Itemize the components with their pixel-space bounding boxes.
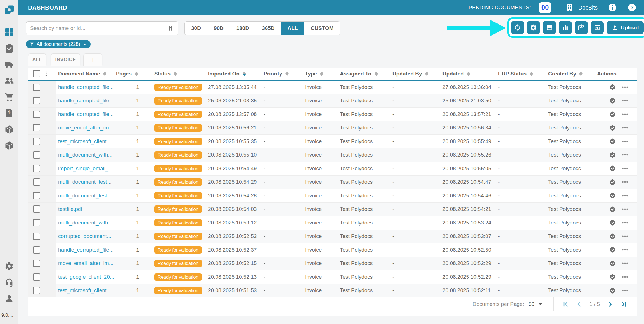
search-input[interactable]: [30, 25, 167, 31]
sort-arrows-icon[interactable]: [467, 72, 470, 76]
col-document-name[interactable]: Document Name: [56, 68, 114, 80]
document-link[interactable]: test_google_client_20...: [58, 274, 114, 280]
row-checkbox[interactable]: [33, 84, 40, 91]
document-link[interactable]: move_email_after_im...: [58, 125, 113, 131]
document-link[interactable]: handle_corrupted_file...: [58, 247, 114, 253]
row-checkbox[interactable]: [33, 138, 40, 145]
scanner-button[interactable]: [543, 21, 556, 34]
sidebar-item-invoices[interactable]: $: [0, 105, 18, 121]
next-page-icon[interactable]: [607, 301, 614, 308]
row-checkbox[interactable]: [33, 165, 40, 172]
sort-arrows-icon[interactable]: [425, 72, 428, 76]
row-menu-icon[interactable]: [621, 111, 629, 118]
sidebar-item-purchase-orders[interactable]: [0, 89, 18, 105]
row-menu-icon[interactable]: [621, 233, 629, 240]
document-link[interactable]: handle_corrupted_file...: [58, 111, 114, 117]
row-menu-icon[interactable]: [621, 151, 629, 159]
sidebar-item-shipments[interactable]: [0, 56, 18, 73]
col-type[interactable]: Type: [303, 68, 338, 80]
row-menu-icon[interactable]: [621, 192, 629, 199]
range-365d[interactable]: 365D: [255, 22, 281, 35]
range-180d[interactable]: 180D: [230, 22, 255, 35]
search-filter-tune-icon[interactable]: [167, 25, 174, 32]
sort-arrows-icon[interactable]: [285, 72, 289, 76]
document-link[interactable]: handle_corrupted_file...: [58, 84, 114, 90]
upload-button[interactable]: Upload: [607, 21, 644, 34]
add-tab-button[interactable]: +: [83, 53, 102, 66]
sort-arrows-icon[interactable]: [320, 72, 323, 76]
row-checkbox[interactable]: [33, 273, 40, 281]
sidebar-item-settings[interactable]: [0, 261, 18, 271]
sort-arrows-icon[interactable]: [375, 72, 378, 76]
first-page-icon[interactable]: [562, 301, 569, 308]
sort-arrows-icon[interactable]: [103, 72, 106, 76]
row-checkbox[interactable]: [33, 233, 40, 240]
sort-arrows-icon[interactable]: [135, 72, 138, 76]
row-menu-icon[interactable]: [621, 273, 629, 281]
document-link[interactable]: multi_document_test...: [58, 193, 112, 199]
row-menu-icon[interactable]: [621, 246, 629, 254]
row-menu-icon[interactable]: [621, 165, 629, 172]
document-link[interactable]: multi_document_test...: [58, 179, 112, 185]
document-link[interactable]: multi_document_with...: [58, 152, 112, 158]
refresh-button[interactable]: [511, 21, 524, 34]
row-menu-icon[interactable]: [621, 84, 629, 91]
document-link[interactable]: multi_document_with...: [58, 220, 112, 226]
row-menu-icon[interactable]: [621, 97, 629, 104]
organization-building-icon[interactable]: [565, 3, 574, 12]
col-created-by[interactable]: Created By: [546, 68, 595, 80]
last-page-icon[interactable]: [620, 301, 627, 308]
row-menu-icon[interactable]: [621, 260, 629, 267]
row-menu-icon[interactable]: [621, 205, 629, 213]
row-checkbox[interactable]: [33, 246, 40, 254]
col-erp-status[interactable]: ERP Status: [496, 68, 546, 80]
row-checkbox[interactable]: [33, 111, 40, 118]
docbits-logo-icon[interactable]: [3, 4, 16, 16]
per-page-caret-icon[interactable]: [538, 303, 542, 305]
sidebar-item-support[interactable]: [0, 278, 18, 287]
row-menu-icon[interactable]: [621, 124, 629, 131]
document-link[interactable]: test_microsoft_client...: [58, 287, 111, 294]
document-link[interactable]: move_email_after_im...: [58, 260, 113, 266]
row-checkbox[interactable]: [33, 97, 40, 104]
col-updated-by[interactable]: Updated By: [390, 68, 440, 80]
tab-all[interactable]: ALL: [28, 53, 46, 66]
sidebar-item-dashboard[interactable]: [0, 24, 18, 40]
row-checkbox[interactable]: [33, 219, 40, 226]
col-pages[interactable]: Pages: [114, 68, 152, 80]
range-30d[interactable]: 30D: [185, 22, 207, 35]
per-page-value[interactable]: 50: [529, 301, 534, 307]
col-priority[interactable]: Priority: [261, 68, 303, 80]
sort-arrows-icon[interactable]: [174, 72, 177, 76]
row-menu-icon[interactable]: [621, 178, 629, 186]
row-checkbox[interactable]: [33, 260, 40, 267]
row-checkbox[interactable]: [33, 124, 40, 131]
col-updated[interactable]: Updated: [440, 68, 496, 80]
document-link[interactable]: corrupted_document...: [58, 233, 111, 239]
sort-arrows-icon[interactable]: [530, 72, 533, 76]
sidebar-item-users[interactable]: [0, 73, 18, 89]
row-checkbox[interactable]: [33, 192, 40, 199]
help-icon[interactable]: ?: [627, 3, 637, 12]
sidebar-item-shipment-orders[interactable]: [0, 138, 18, 154]
document-link[interactable]: testfile.pdf: [58, 206, 82, 212]
col-status[interactable]: Status: [152, 68, 206, 80]
sort-arrows-icon[interactable]: [243, 72, 246, 76]
range-90d[interactable]: 90D: [207, 22, 230, 35]
row-checkbox[interactable]: [33, 287, 40, 294]
export-button[interactable]: [591, 21, 604, 34]
document-link[interactable]: test_microsoft_client...: [58, 138, 111, 145]
analytics-button[interactable]: [559, 21, 572, 34]
col-assigned-to[interactable]: Assigned To: [338, 68, 390, 80]
sidebar-item-packages[interactable]: [0, 121, 18, 138]
previous-page-icon[interactable]: [576, 301, 583, 308]
info-icon[interactable]: [608, 3, 617, 12]
all-documents-chip[interactable]: All documents (228): [26, 40, 91, 48]
select-all-checkbox[interactable]: [33, 70, 40, 77]
column-menu-icon[interactable]: [42, 68, 56, 80]
tab-invoice[interactable]: INVOICE: [51, 53, 80, 66]
range-custom[interactable]: CUSTOM: [304, 22, 340, 35]
row-menu-icon[interactable]: [621, 138, 629, 145]
sidebar-item-profile[interactable]: [0, 294, 18, 303]
row-checkbox[interactable]: [33, 178, 40, 186]
